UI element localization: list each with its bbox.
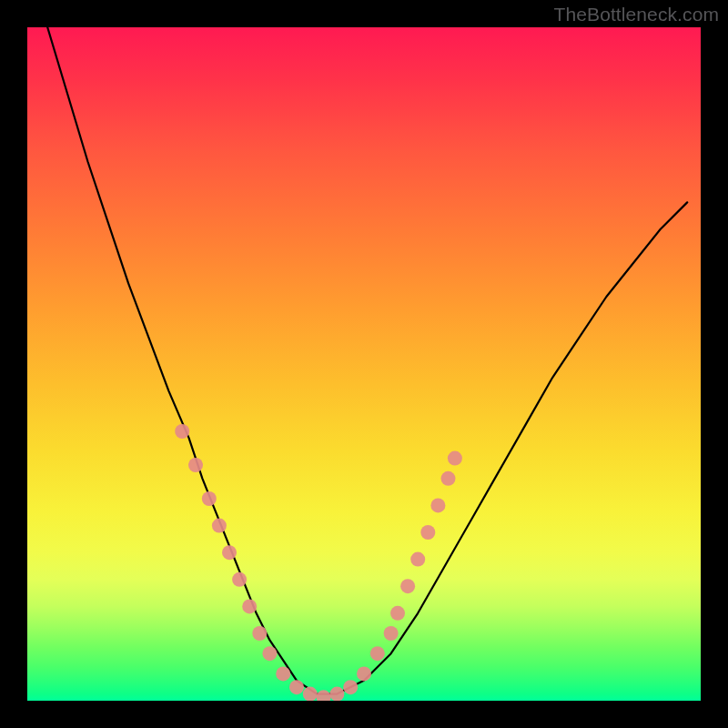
watermark-text: TheBottleneck.com: [554, 4, 719, 25]
marker-dot: [212, 519, 227, 533]
marker-dot: [420, 525, 435, 540]
marker-dot: [410, 552, 425, 567]
marker-dot: [188, 458, 203, 472]
marker-dot: [232, 572, 247, 587]
marker-dot: [252, 626, 267, 641]
marker-dot: [390, 606, 405, 621]
marker-dot: [242, 599, 257, 613]
marker-dot: [175, 424, 189, 439]
marker-dot: [357, 666, 371, 681]
chart-container: TheBottleneck.com: [0, 0, 728, 728]
marker-dot: [262, 646, 277, 661]
marker-dot: [448, 451, 462, 466]
marker-dot: [317, 690, 331, 701]
marker-dot: [303, 687, 318, 701]
marker-dot: [370, 646, 385, 661]
marker-dot: [441, 471, 456, 486]
marker-dot: [202, 491, 217, 506]
marker-dot: [430, 498, 445, 512]
marker-dot: [276, 666, 290, 681]
curve-line: [47, 27, 687, 694]
marker-dot: [384, 626, 399, 641]
marker-dot: [329, 687, 344, 701]
marker-dot: [343, 680, 358, 694]
marker-dot: [289, 680, 304, 694]
marker-dot: [400, 579, 415, 593]
marker-dot: [222, 545, 237, 560]
chart-svg: [27, 27, 701, 701]
plot-area: [27, 27, 701, 701]
